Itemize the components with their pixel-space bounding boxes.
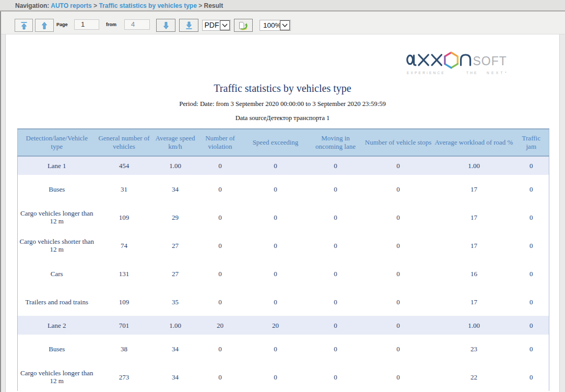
svg-text:NEXT*: NEXT* <box>487 71 509 75</box>
svg-text:EXPERIENCE: EXPERIENCE <box>407 71 445 75</box>
svg-text:SOFT: SOFT <box>473 54 507 68</box>
svg-text:THE: THE <box>466 71 478 75</box>
